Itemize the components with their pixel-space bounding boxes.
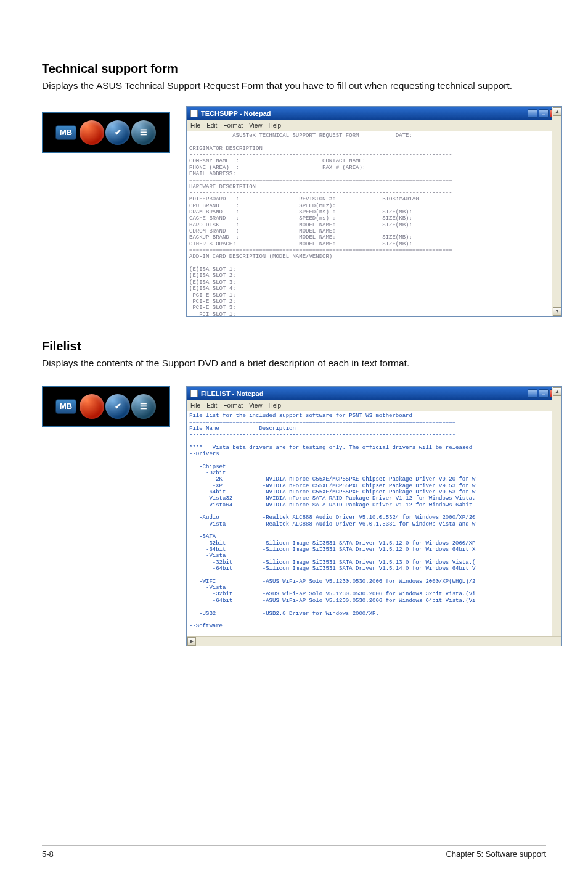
- vertical-scrollbar[interactable]: ▲ ▼: [552, 107, 561, 316]
- screenshot-filelist: MB ✔ ☰ FILELIST - Notepad _ □ × File Edi…: [42, 386, 546, 658]
- section-lead-filelist: Displays the contents of the Support DVD…: [42, 357, 546, 370]
- asus-badge: MB ✔ ☰: [42, 112, 170, 153]
- orb-icon: ✔: [105, 394, 130, 419]
- notepad-window-techsupp: TECHSUPP - Notepad _ □ × File Edit Forma…: [186, 106, 562, 317]
- section-heading-filelist: Filelist: [42, 339, 546, 353]
- filelist-drivers: --Drivers -Chipset -32bit -2K -NVIDIA nF…: [189, 451, 475, 642]
- orb-icon: ☰: [131, 394, 156, 419]
- chapter-label: Chapter 5: Software support: [446, 849, 546, 859]
- app-icon: [190, 110, 198, 117]
- window-titlebar[interactable]: TECHSUPP - Notepad _ □ ×: [187, 107, 561, 120]
- menubar[interactable]: File Edit Format View Help: [187, 400, 561, 411]
- window-title: TECHSUPP - Notepad: [201, 110, 271, 117]
- orb-icon: [80, 394, 104, 419]
- horizontal-scrollbar[interactable]: ◀ ▶: [187, 636, 552, 646]
- menu-edit[interactable]: Edit: [206, 402, 217, 409]
- app-icon: [190, 390, 198, 397]
- page-footer: 5-8 Chapter 5: Software support: [42, 845, 546, 859]
- scroll-up-icon[interactable]: ▲: [553, 387, 561, 396]
- notepad-content[interactable]: File list for the included support softw…: [187, 411, 561, 646]
- notepad-window-filelist: FILELIST - Notepad _ □ × File Edit Forma…: [186, 386, 562, 646]
- window-titlebar[interactable]: FILELIST - Notepad _ □ ×: [187, 387, 561, 400]
- menu-format[interactable]: Format: [223, 122, 243, 129]
- scroll-corner: [552, 636, 561, 646]
- menu-file[interactable]: File: [190, 122, 200, 129]
- scroll-right-icon[interactable]: ▶: [187, 637, 196, 646]
- window-title: FILELIST - Notepad: [201, 390, 263, 397]
- mb-badge: MB: [55, 399, 76, 414]
- maximize-button[interactable]: □: [539, 109, 549, 118]
- menu-edit[interactable]: Edit: [206, 122, 217, 129]
- menu-help[interactable]: Help: [269, 402, 282, 409]
- minimize-button[interactable]: _: [528, 109, 537, 118]
- menubar[interactable]: File Edit Format View Help: [187, 120, 561, 131]
- vertical-scrollbar[interactable]: ▲ ▼: [552, 387, 561, 646]
- notepad-content[interactable]: ASUSTeK TECHNICAL SUPPORT REQUEST FORM D…: [187, 131, 561, 316]
- section-lead-tech-support: Displays the ASUS Technical Support Requ…: [42, 80, 546, 93]
- orb-icon: ☰: [131, 120, 156, 145]
- menu-help[interactable]: Help: [269, 122, 282, 129]
- filelist-header: File list for the included support softw…: [189, 413, 472, 451]
- section-heading-tech-support: Technical support form: [42, 62, 546, 76]
- menu-format[interactable]: Format: [223, 402, 243, 409]
- screenshot-techsupp: MB ✔ ☰ TECHSUPP - Notepad _ □ × File Edi…: [42, 106, 546, 322]
- menu-view[interactable]: View: [249, 122, 263, 129]
- scroll-up-icon[interactable]: ▲: [553, 107, 561, 116]
- menu-file[interactable]: File: [190, 402, 200, 409]
- orb-icon: [80, 120, 104, 145]
- minimize-button[interactable]: _: [528, 389, 537, 398]
- page-number: 5-8: [42, 849, 54, 859]
- scroll-down-icon[interactable]: ▼: [553, 307, 561, 316]
- menu-view[interactable]: View: [249, 402, 263, 409]
- orb-icon: ✔: [105, 120, 130, 145]
- mb-badge: MB: [55, 125, 76, 140]
- maximize-button[interactable]: □: [539, 389, 549, 398]
- asus-badge: MB ✔ ☰: [42, 386, 170, 427]
